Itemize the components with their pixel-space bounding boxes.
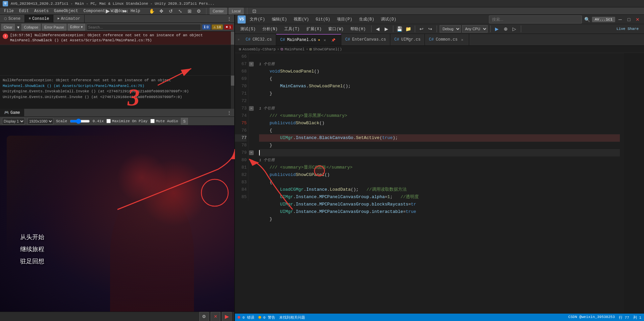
code-line-71 [259,97,620,105]
resolution-select[interactable]: 1920x1080 [28,118,53,125]
panel-options-btn[interactable]: ⋮ [226,15,233,22]
vs-search-input[interactable] [489,15,582,24]
play-btn[interactable]: ▶ [104,7,111,15]
ln-78: 78 [235,142,247,149]
platform-select[interactable]: Any CPU [462,25,488,33]
settings-icon[interactable]: ⚙ [199,312,209,321]
attach-btn[interactable]: ⊕ [502,25,509,33]
minimap[interactable] [624,53,644,314]
game-panel-options[interactable]: ⋮ [226,109,233,117]
maximize-on-play-checkbox[interactable] [106,119,111,123]
vs-menu-git[interactable]: Git(G) [313,16,333,23]
tab-animator[interactable]: ► Animator [53,15,85,23]
close-btn[interactable]: ✕ [634,16,641,23]
grid-tool[interactable]: ⊡ [251,7,258,15]
tab-game[interactable]: 🎮 Game [0,109,24,117]
vs-menu-window[interactable]: 窗口(W) [326,25,346,33]
maximize-on-play-label[interactable]: Maximize On Play [106,119,148,123]
bool-true-84: true [406,208,416,216]
mainpanel-tab-close[interactable]: ✕ [322,37,328,43]
tab-common[interactable]: C# Common.cs ✕ [425,34,469,46]
pivot-local-btn[interactable]: Local [229,8,244,14]
stats-btn[interactable]: S [181,118,188,125]
console-search-input[interactable] [87,24,201,31]
menu-gameobject[interactable]: GameObject [51,9,81,13]
vs-menu-edit[interactable]: 编辑(E) [269,16,290,23]
tab-entercanvas[interactable]: C# EnterCanvas.cs [341,34,390,46]
vs-search-btn[interactable]: 🔍 [583,16,591,23]
vs-menu-tools[interactable]: 工具(T) [282,25,302,33]
collapse-button[interactable]: Collapse [21,24,41,31]
scale-slider[interactable] [70,119,90,124]
fold-arrow-67[interactable]: − [249,62,254,66]
punc-76: } [259,142,272,149]
step-btn[interactable]: ⏭ [121,7,129,15]
maximize-btn[interactable]: □ [625,16,633,23]
error-pause-button[interactable]: Error Pause [42,24,66,31]
menu-file[interactable]: File [1,9,16,13]
editor-dropdown[interactable]: Editor ▾ [68,24,85,31]
custom-tool[interactable]: ⚙ [195,7,203,15]
menu-help[interactable]: Help [128,9,143,13]
unity-icon: U [3,1,8,6]
vs-menu-debug[interactable]: 调试(D) [378,16,399,23]
pivot-center-btn[interactable]: Center [210,8,227,14]
mute-audio-label[interactable]: Mute Audio [150,119,178,123]
menu-assets[interactable]: Assets [32,9,51,13]
ln-80: 80 [235,156,247,164]
transform-tool[interactable]: ⊞ [186,7,193,15]
back-nav-btn[interactable]: ◀ [374,25,382,33]
fold-arrow-73[interactable]: − [249,106,254,111]
vs-menu-extensions[interactable]: 扩展(X) [304,25,325,33]
live-share-btn[interactable]: Live Share [614,27,641,31]
console-scrollbar[interactable] [231,32,234,75]
forward-nav-btn[interactable]: ▶ [383,25,390,33]
fold-arrow-79[interactable]: − [249,150,254,155]
vs-menu-test[interactable]: 测试(S) [238,25,258,33]
tab-uimgr[interactable]: C# UIMgr.cs [390,34,425,46]
ln-84: 84 [235,186,247,193]
code-line-75: UIMgr . Instance . BlackCanvasGo . SetAc… [259,134,620,142]
common-tab-close[interactable]: ✕ [459,37,465,42]
move-tool[interactable]: ✥ [158,7,165,15]
code-line-82: UIMgr . Instance . MPCPanelCanvasGroup .… [259,193,620,201]
clear-button[interactable]: Clear [1,24,15,31]
stack-scrollbar[interactable] [231,76,234,109]
mute-audio-checkbox[interactable] [150,119,155,123]
close-game-btn[interactable]: ✕ [211,312,220,321]
tab-crc32[interactable]: C# CRC32.cs [242,34,276,46]
hand-tool[interactable]: ✋ [148,7,156,15]
clear-dropdown[interactable]: ▾ [16,24,20,31]
save-all-btn[interactable]: 📁 [405,25,412,33]
scale-tool[interactable]: ⤡ [177,7,184,15]
error-entry-1[interactable]: ! [16:57:56] NullReferenceException: Obj… [0,32,234,45]
rotate-tool[interactable]: ↺ [167,7,175,15]
tab-mainpanel[interactable]: C# MainPanel.cs ● ✕ 📌 [276,34,341,46]
minimize-btn[interactable]: ─ [616,16,624,23]
menu-edit[interactable]: Edit [16,9,32,13]
vs-menu-view[interactable]: 视图(V) [291,16,312,23]
prop-alpha: alpha [372,193,385,201]
debug-config-select[interactable]: Debug [440,25,461,33]
start-without-debug[interactable]: ▷ [511,25,518,33]
undo-btn[interactable]: ↩ [418,25,425,33]
vs-menu-help[interactable]: 帮助(H) [348,25,368,33]
num-1: 1 [387,193,390,201]
display-select[interactable]: Display 1 [2,118,25,125]
tab-console[interactable]: ≡ Console [25,15,53,23]
vs-menu-analyze[interactable]: 分析(N) [260,25,281,33]
vs-menu-project[interactable]: 项目(P) [334,16,355,23]
run-btn[interactable]: ▶ [493,25,501,33]
pause-btn[interactable]: ⏸ [113,7,120,15]
pin-tab-btn[interactable]: 📌 [330,36,337,44]
code-content[interactable]: 1 个引用 void ShowLoadPanel () { MainCanvas… [255,53,624,314]
breadcrumb-icon: ⊞ [239,47,241,51]
save-btn[interactable]: 💾 [396,25,403,33]
tab-scene[interactable]: ⬡ Scene [0,15,25,23]
vs-menu-file[interactable]: 文件(F) [247,16,268,23]
fold-80 [248,156,255,164]
forward-arrow-btn[interactable]: ▶ [222,312,232,321]
redo-btn[interactable]: ↪ [427,25,434,33]
vs-menu-build[interactable]: 生成(B) [356,16,377,23]
code-line-77[interactable] [259,149,620,156]
